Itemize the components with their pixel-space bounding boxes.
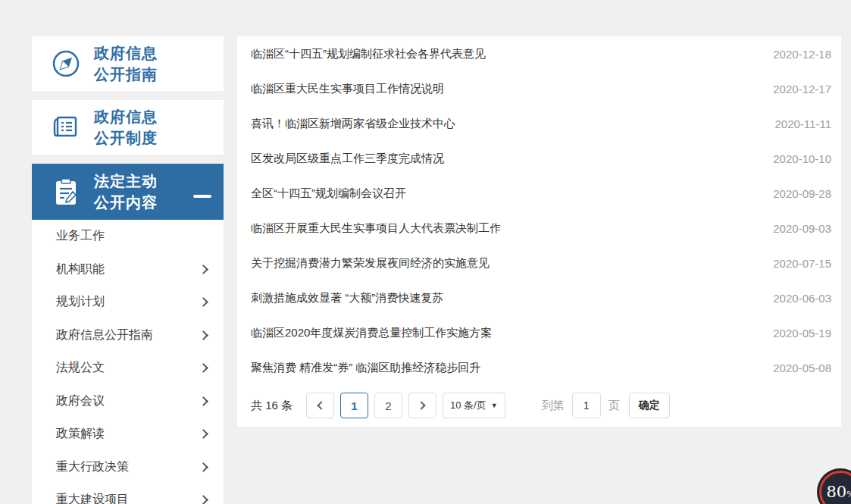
sidebar-item-gov-info-guide-menu[interactable]: 政府信息公开指南 [32, 319, 224, 352]
menu-label: 政府会议 [56, 393, 105, 409]
article-link[interactable]: 喜讯！临淄区新增两家省级企业技术中心 [251, 117, 455, 131]
menu-label: 重大行政决策 [56, 459, 129, 475]
article-link[interactable]: 全区“十四五”规划编制会议召开 [251, 186, 406, 201]
sidebar-item-gov-info-rules[interactable]: 政府信息 公开制度 [32, 100, 224, 155]
sidebar-item-label: 政府信息 公开制度 [94, 106, 158, 149]
article-date: 2020-12-17 [773, 83, 831, 95]
collapse-minus-icon [193, 195, 211, 198]
chevron-left-icon [317, 401, 325, 409]
goto-page-prefix-label: 到第 [542, 399, 565, 413]
chevron-right-icon [199, 297, 208, 307]
menu-label: 法规公文 [56, 360, 105, 376]
chevron-right-icon [199, 396, 208, 406]
article-link[interactable]: 区发改局区级重点工作三季度完成情况 [251, 152, 444, 166]
list-item: 喜讯！临淄区新增两家省级企业技术中心 2020-11-11 [237, 106, 841, 141]
article-date: 2020-07-15 [773, 257, 831, 270]
article-date: 2020-12-18 [773, 48, 831, 61]
article-date: 2020-09-28 [773, 187, 831, 200]
menu-label: 政策解读 [56, 426, 105, 442]
goto-page-suffix-label: 页 [609, 399, 620, 413]
sidebar-item-gov-meetings[interactable]: 政府会议 [32, 385, 224, 418]
article-date: 2020-05-08 [773, 362, 831, 374]
menu-label: 规划计划 [56, 294, 105, 310]
page-button-1[interactable]: 1 [340, 393, 368, 418]
chevron-right-icon [199, 429, 208, 439]
article-list-panel: 临淄区“十四五”规划编制征求社会各界代表意见 2020-12-18 临淄区重大民… [237, 36, 841, 427]
sidebar-item-policy-interpretation[interactable]: 政策解读 [32, 418, 224, 451]
list-item: 聚焦消费 精准发“券” 临淄区助推经济稳步回升 2020-05-08 [237, 350, 841, 385]
page: 政府信息 公开指南 政府信息 公开制度 [0, 0, 851, 504]
list-item: 刺激措施成效显著 “大额”消费快速复苏 2020-06-03 [237, 280, 841, 315]
chevron-right-icon [417, 401, 425, 409]
clipboard-pen-icon [48, 174, 83, 209]
sidebar-item-statutory-disclosure[interactable]: 法定主动 公开内容 [32, 164, 224, 220]
sidebar-menu: 业务工作 机构职能 规划计划 政府信息公开指南 法规公文 政府会议 [32, 220, 224, 504]
article-link[interactable]: 临淄区2020年度煤炭消费总量控制工作实施方案 [251, 326, 492, 340]
list-item: 区发改局区级重点工作三季度完成情况 2020-10-10 [237, 141, 841, 176]
sidebar-item-label: 法定主动 公开内容 [94, 171, 158, 213]
zoom-widget[interactable]: 80 % [819, 471, 851, 504]
zoom-unit: % [846, 490, 851, 499]
sidebar-item-major-projects[interactable]: 重大建设项目 [32, 484, 224, 504]
menu-label: 政府信息公开指南 [56, 327, 153, 343]
chevron-right-icon [199, 265, 208, 274]
sidebar: 政府信息 公开指南 政府信息 公开制度 [32, 36, 224, 504]
sidebar-item-org-functions[interactable]: 机构职能 [32, 253, 224, 286]
article-link[interactable]: 关于挖掘消费潜力繁荣发展夜间经济的实施意见 [251, 256, 490, 271]
next-page-button[interactable] [408, 393, 436, 418]
caret-down-icon: ▼ [491, 402, 498, 409]
chevron-right-icon [199, 495, 208, 504]
menu-label: 业务工作 [56, 228, 105, 244]
article-list: 临淄区“十四五”规划编制征求社会各界代表意见 2020-12-18 临淄区重大民… [237, 36, 841, 385]
total-count-label: 共 16 条 [251, 399, 293, 413]
sidebar-item-major-decisions[interactable]: 重大行政决策 [32, 451, 224, 484]
pagination: 共 16 条 1 2 10 条/页 ▼ 到第 页 确定 [237, 393, 841, 418]
page-size-label: 10 条/页 [450, 399, 487, 412]
sidebar-item-planning[interactable]: 规划计划 [32, 286, 224, 319]
article-date: 2020-06-03 [773, 292, 831, 305]
article-link[interactable]: 聚焦消费 精准发“券” 临淄区助推经济稳步回升 [251, 361, 480, 375]
zoom-value: 80 [826, 483, 846, 501]
chevron-right-icon [199, 462, 208, 472]
sidebar-item-label: 政府信息 公开指南 [94, 42, 158, 85]
prev-page-button[interactable] [306, 393, 334, 418]
confirm-button[interactable]: 确定 [629, 393, 670, 418]
page-button-2[interactable]: 2 [374, 393, 402, 418]
article-link[interactable]: 临淄区重大民生实事项目工作情况说明 [251, 82, 444, 96]
list-item: 临淄区“十四五”规划编制征求社会各界代表意见 2020-12-18 [237, 36, 841, 71]
sidebar-item-business-work[interactable]: 业务工作 [32, 220, 224, 253]
article-date: 2020-09-03 [773, 222, 831, 235]
list-item: 临淄区开展重大民生实事项目人大代表票决制工作 2020-09-03 [237, 211, 841, 246]
menu-label: 重大建设项目 [56, 492, 129, 504]
sidebar-item-regulations[interactable]: 法规公文 [32, 352, 224, 385]
article-link[interactable]: 临淄区“十四五”规划编制征求社会各界代表意见 [251, 47, 486, 61]
page-size-select[interactable]: 10 条/页 ▼ [443, 393, 505, 418]
article-date: 2020-11-11 [774, 117, 831, 130]
article-link[interactable]: 临淄区开展重大民生实事项目人大代表票决制工作 [251, 221, 501, 236]
menu-label: 机构职能 [56, 261, 105, 277]
compass-icon [48, 46, 83, 81]
list-item: 全区“十四五”规划编制会议召开 2020-09-28 [237, 176, 841, 211]
sidebar-item-gov-info-guide[interactable]: 政府信息 公开指南 [32, 36, 224, 91]
goto-page-input[interactable] [572, 393, 601, 418]
article-date: 2020-10-10 [773, 152, 831, 165]
article-link[interactable]: 刺激措施成效显著 “大额”消费快速复苏 [251, 291, 443, 305]
list-item: 临淄区重大民生实事项目工作情况说明 2020-12-17 [237, 71, 841, 106]
list-item: 关于挖掘消费潜力繁荣发展夜间经济的实施意见 2020-07-15 [237, 246, 841, 280]
rules-document-icon [48, 110, 83, 145]
article-date: 2020-05-19 [773, 327, 831, 340]
chevron-right-icon [199, 330, 208, 340]
chevron-right-icon [199, 363, 208, 373]
list-item: 临淄区2020年度煤炭消费总量控制工作实施方案 2020-05-19 [237, 315, 841, 350]
